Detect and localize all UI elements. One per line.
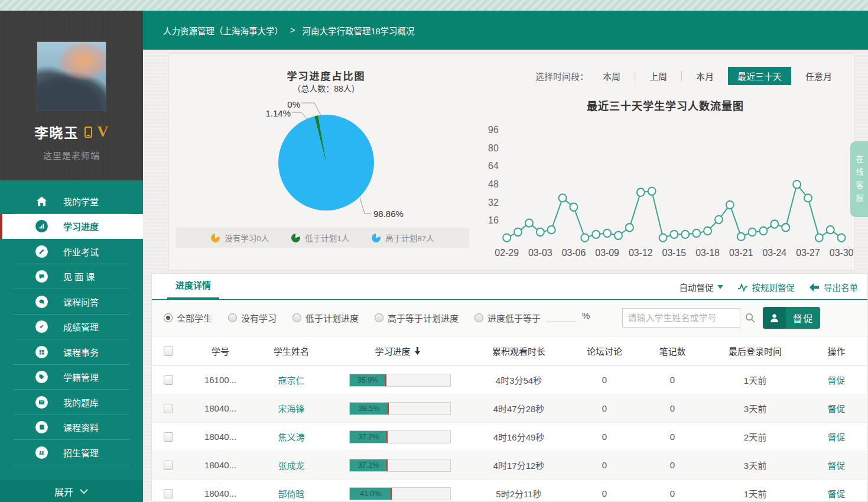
sidebar-item-8[interactable]: 我的题库	[0, 390, 143, 415]
time-option-divider	[635, 71, 635, 82]
student-name-link[interactable]: 焦义涛	[278, 432, 304, 442]
grid-icon	[35, 346, 48, 358]
student-name-link[interactable]: 郜倚晗	[278, 489, 304, 499]
row-checkbox[interactable]	[164, 461, 173, 470]
student-name-link[interactable]: 宋海锋	[278, 404, 304, 414]
line-point-03-12[interactable]	[637, 189, 645, 196]
sidebar-item-4[interactable]: 课程问答	[0, 289, 143, 315]
line-point-03-25[interactable]	[782, 224, 789, 231]
time-option-3[interactable]: 最近三十天	[728, 67, 791, 85]
search-icon[interactable]	[745, 313, 755, 323]
avatar[interactable]	[37, 41, 106, 111]
line-point-03-14[interactable]	[659, 234, 667, 241]
radio-icon[interactable]	[474, 313, 483, 322]
line-point-03-28[interactable]	[815, 234, 823, 241]
line-point-03-21[interactable]	[737, 232, 745, 240]
line-point-03-16[interactable]	[681, 231, 689, 238]
filter-radio-4[interactable]: 进度低于等于%	[474, 312, 590, 324]
notes-count: 0	[640, 375, 705, 385]
percent-input[interactable]	[546, 314, 577, 322]
sidebar-expand-button[interactable]: 展开	[0, 480, 143, 502]
filter-radio-3[interactable]: 高于等于计划进度	[375, 312, 459, 324]
radio-icon[interactable]	[375, 313, 383, 322]
line-point-03-02[interactable]	[525, 219, 533, 226]
line-point-03-03[interactable]	[537, 228, 544, 236]
student-name-link[interactable]: 张成龙	[278, 461, 304, 471]
line-point-03-13[interactable]	[648, 187, 656, 195]
sidebar-item-2[interactable]: 作业考试	[0, 239, 143, 264]
time-option-2[interactable]: 本月	[690, 67, 720, 85]
sidebar-item-3[interactable]: 见 面 课	[0, 264, 143, 290]
line-point-03-15[interactable]	[670, 231, 678, 238]
sidebar-item-10[interactable]: 招生管理	[0, 440, 143, 465]
sidebar-item-1[interactable]: 学习进度	[0, 214, 143, 239]
select-all-checkbox[interactable]	[164, 346, 173, 356]
breadcrumb-course[interactable]: 人力资源管理（上海海事大学）	[163, 24, 283, 37]
y-tick-label: 80	[488, 142, 499, 153]
row-checkbox[interactable]	[164, 375, 173, 385]
line-point-03-27[interactable]	[804, 194, 812, 202]
line-point-03-06[interactable]	[570, 203, 578, 211]
line-point-03-10[interactable]	[615, 232, 622, 239]
student-search-input[interactable]	[628, 313, 745, 323]
table-row-3: 18040...张成龙37.2%4时17分12秒003天前督促	[152, 451, 867, 480]
col-progress-sort[interactable]: 学习进度	[375, 345, 420, 357]
line-point-03-23[interactable]	[759, 227, 767, 235]
sidebar-item-0[interactable]: 我的学堂	[0, 189, 143, 214]
sidebar-item-7[interactable]: 学籍管理	[0, 365, 143, 390]
student-name-link[interactable]: 寇宗仁	[278, 375, 304, 386]
line-point-03-18[interactable]	[704, 227, 711, 235]
radio-icon[interactable]	[228, 313, 237, 322]
col-action: 操作	[805, 345, 867, 357]
line-point-03-04[interactable]	[548, 226, 555, 234]
row-urge-link[interactable]: 督促	[827, 489, 845, 499]
row-checkbox[interactable]	[164, 432, 173, 442]
urge-button[interactable]: 督促	[763, 307, 820, 329]
x-tick-label: 03-12	[629, 247, 653, 257]
sidebar: 李晓玉 V 这里是老师端 我的学堂学习进度作业考试见 面 课课程问答成绩管理课程…	[0, 11, 143, 502]
time-option-0[interactable]: 本周	[597, 67, 626, 85]
sidebar-item-6[interactable]: 课程事务	[0, 339, 143, 365]
line-point-03-30[interactable]	[838, 234, 846, 241]
line-point-03-26[interactable]	[793, 180, 801, 188]
line-point-03-20[interactable]	[726, 201, 734, 209]
watch-time: 4时17分12秒	[469, 459, 569, 471]
line-point-03-17[interactable]	[693, 229, 700, 237]
time-option-1[interactable]: 上周	[643, 67, 673, 85]
last-login: 2天前	[705, 430, 805, 443]
filter-radio-0[interactable]: 全部学生	[164, 312, 212, 324]
line-point-03-07[interactable]	[581, 234, 589, 241]
radio-icon[interactable]	[164, 313, 173, 322]
online-service-tab[interactable]: 在线客服	[850, 141, 868, 217]
line-point-03-29[interactable]	[827, 226, 834, 234]
radio-icon[interactable]	[292, 313, 301, 322]
tab-progress-detail[interactable]: 进度详情	[167, 278, 219, 299]
line-point-03-22[interactable]	[749, 228, 756, 236]
line-point-03-09[interactable]	[603, 229, 611, 237]
rule-urge-button[interactable]: 按规则督促	[737, 281, 795, 293]
sidebar-item-5[interactable]: 成绩管理	[0, 315, 143, 340]
sidebar-item-9[interactable]: 课程资料	[0, 415, 143, 441]
export-list-button[interactable]: 导出名单	[809, 281, 858, 293]
row-urge-link[interactable]: 督促	[827, 404, 845, 414]
line-point-03-01[interactable]	[514, 228, 522, 236]
line-point-03-24[interactable]	[771, 220, 778, 228]
row-checkbox[interactable]	[164, 404, 173, 413]
filter-radio-1[interactable]: 没有学习	[228, 312, 277, 324]
line-point-02-29[interactable]	[503, 234, 511, 241]
auto-urge-dropdown[interactable]: 自动督促	[680, 281, 723, 293]
row-urge-link[interactable]: 督促	[827, 461, 845, 471]
row-urge-link[interactable]: 督促	[827, 432, 845, 442]
home-icon	[35, 195, 48, 208]
row-checkbox[interactable]	[164, 489, 173, 498]
line-point-03-11[interactable]	[626, 224, 633, 231]
line-point-03-05[interactable]	[559, 194, 567, 202]
line-point-03-19[interactable]	[715, 216, 723, 224]
line-chart[interactable]: 96806448321602-2903-0303-0603-0903-1203-…	[477, 113, 853, 264]
line-point-03-08[interactable]	[592, 231, 600, 238]
filter-radio-2[interactable]: 低于计划进度	[292, 312, 359, 324]
row-urge-link[interactable]: 督促	[827, 375, 845, 386]
time-option-4[interactable]: 任意月	[799, 67, 838, 85]
breadcrumb-page: 河南大学行政管理18学习概况	[302, 24, 414, 37]
table-row-4: 18040...郜倚晗41.0%5时2分11秒001天前督促	[152, 480, 867, 502]
